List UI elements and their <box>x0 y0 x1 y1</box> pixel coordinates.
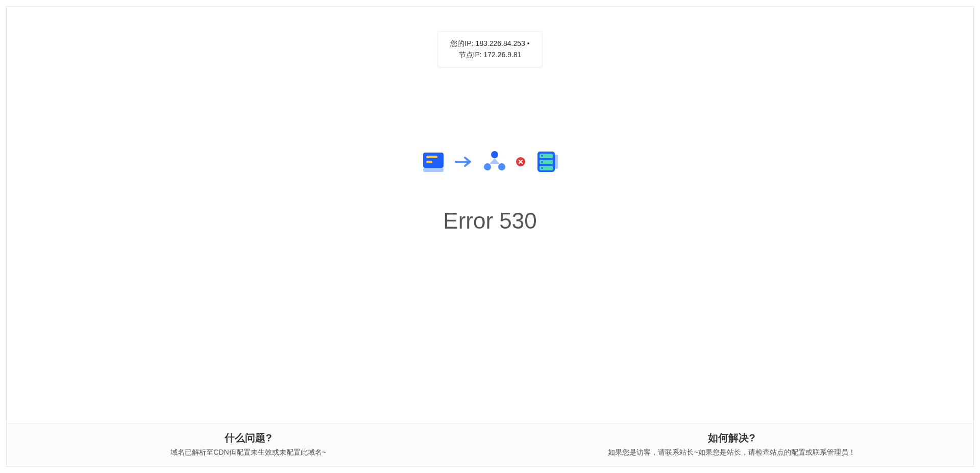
svg-point-16 <box>541 161 543 163</box>
footer-solution-column: 如何解决? 如果您是访客，请联系站长~如果您是站长，请检查站点的配置或联系管理员… <box>490 424 973 466</box>
connection-diagram <box>421 150 559 176</box>
svg-point-6 <box>484 163 491 170</box>
footer-problem-column: 什么问题? 域名已解析至CDN但配置未生效或未配置此域名~ <box>7 424 490 466</box>
network-icon <box>482 150 507 176</box>
browser-icon <box>421 150 446 176</box>
ip-info-box: 您的IP: 183.226.84.253 • 节点IP: 172.26.9.81 <box>437 31 542 67</box>
ip-line-2: 节点IP: 172.26.9.81 <box>450 49 529 60</box>
svg-point-15 <box>541 155 543 157</box>
error-x-icon <box>516 157 525 168</box>
your-ip-value: 183.226.84.253 <box>475 39 525 47</box>
your-ip-label: 您的IP: <box>450 39 473 47</box>
svg-rect-1 <box>426 156 437 158</box>
svg-rect-0 <box>423 153 444 168</box>
ip-separator: • <box>527 39 530 47</box>
svg-point-17 <box>541 167 543 169</box>
svg-rect-18 <box>555 155 558 169</box>
footer-problem-desc: 域名已解析至CDN但配置未生效或未配置此域名~ <box>7 448 490 457</box>
ip-line-1: 您的IP: 183.226.84.253 • <box>450 38 529 49</box>
page-frame: 您的IP: 183.226.84.253 • 节点IP: 172.26.9.81 <box>6 6 974 467</box>
svg-point-5 <box>491 151 498 158</box>
footer-solution-desc: 如果您是访客，请联系站长~如果您是站长，请检查站点的配置或联系管理员！ <box>490 448 973 457</box>
error-title: Error 530 <box>443 208 536 234</box>
svg-point-7 <box>498 163 505 170</box>
footer-solution-title: 如何解决? <box>490 431 973 445</box>
server-icon <box>534 150 559 176</box>
node-ip-value: 172.26.9.81 <box>484 51 522 59</box>
node-ip-label: 节点IP: <box>459 51 482 59</box>
footer-problem-title: 什么问题? <box>7 431 490 445</box>
svg-rect-2 <box>426 161 432 163</box>
arrow-right-icon <box>455 156 473 170</box>
footer: 什么问题? 域名已解析至CDN但配置未生效或未配置此域名~ 如何解决? 如果您是… <box>7 424 973 466</box>
svg-rect-3 <box>423 168 444 172</box>
